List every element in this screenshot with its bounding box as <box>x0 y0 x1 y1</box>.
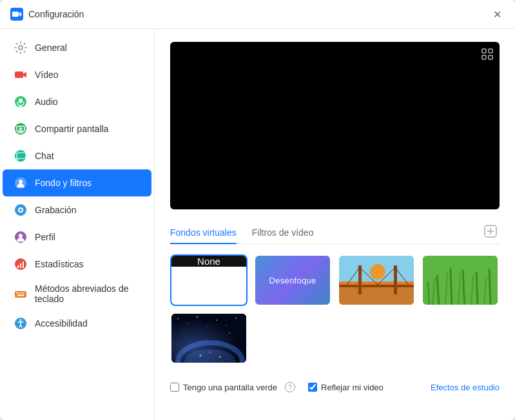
green-screen-checkbox[interactable] <box>170 383 179 392</box>
sidebar-label-video: Vídeo <box>35 70 59 80</box>
accessibility-icon <box>13 316 28 331</box>
svg-rect-21 <box>23 262 24 268</box>
sidebar-item-shortcuts[interactable]: Métodos abreviados de teclado <box>3 278 151 310</box>
bottom-controls: Tengo una pantalla verde ? Reflejar mi v… <box>170 377 500 392</box>
svg-point-38 <box>370 264 385 280</box>
bg-space[interactable] <box>170 312 248 364</box>
svg-point-66 <box>226 325 226 325</box>
share-screen-icon <box>13 121 28 137</box>
sidebar-item-background[interactable]: Fondo y filtros <box>3 169 151 196</box>
mirror-checkbox[interactable] <box>308 383 317 392</box>
mirror-label[interactable]: Reflejar mi video <box>308 383 384 392</box>
tabs-bar: Fondos virtuales Filtros de vídeo <box>170 222 500 244</box>
profile-icon <box>13 229 28 245</box>
recording-icon <box>13 202 28 218</box>
svg-rect-23 <box>16 292 17 294</box>
bg-grass[interactable] <box>422 254 499 306</box>
sidebar-label-background: Fondo y filtros <box>35 178 92 188</box>
svg-rect-27 <box>17 295 24 296</box>
svg-point-12 <box>19 180 23 184</box>
studio-effects-link[interactable]: Efectos de estudio <box>431 383 500 392</box>
svg-point-62 <box>187 323 188 323</box>
svg-rect-4 <box>19 99 23 103</box>
sidebar-item-accessibility[interactable]: Accesibilidad <box>3 310 151 337</box>
sidebar-item-profile[interactable]: Perfil <box>3 224 151 251</box>
sidebar-item-chat[interactable]: Chat <box>3 142 151 169</box>
add-background-button[interactable] <box>481 222 500 243</box>
svg-point-71 <box>178 343 242 363</box>
sidebar-item-stats[interactable]: Estadísticas <box>3 251 151 278</box>
sidebar: General Vídeo <box>0 29 155 420</box>
svg-point-70 <box>229 332 229 333</box>
bg-blur-label: Desenfoque <box>255 256 330 305</box>
app-logo-icon <box>10 8 23 21</box>
fullscreen-icon[interactable] <box>481 48 493 62</box>
svg-line-58 <box>489 269 491 305</box>
green-screen-label[interactable]: Tengo una pantalla verde <box>170 383 277 392</box>
stats-icon <box>13 256 28 272</box>
window-title: Configuración <box>28 9 84 19</box>
svg-point-75 <box>219 356 221 358</box>
gear-icon <box>13 40 28 55</box>
sidebar-item-recording[interactable]: Grabación <box>3 196 151 224</box>
main-content: General Vídeo <box>0 29 515 420</box>
green-screen-help-icon[interactable]: ? <box>285 382 295 392</box>
svg-point-74 <box>209 352 211 353</box>
svg-line-52 <box>451 269 452 305</box>
bg-blur[interactable]: Desenfoque <box>254 254 331 306</box>
tab-virtual-backgrounds[interactable]: Fondos virtuales <box>170 222 237 244</box>
background-grid: None Desenfoque <box>170 254 500 364</box>
svg-point-15 <box>19 209 22 211</box>
svg-rect-39 <box>339 288 414 305</box>
svg-line-56 <box>476 272 478 305</box>
green-screen-text: Tengo una pantalla verde <box>183 383 277 392</box>
svg-rect-32 <box>482 55 486 59</box>
bg-none[interactable]: None <box>170 254 248 306</box>
svg-rect-20 <box>20 263 21 268</box>
right-panel: Fondos virtuales Filtros de vídeo None <box>155 29 515 420</box>
svg-rect-26 <box>23 292 24 294</box>
sidebar-label-share: Compartir pantalla <box>35 124 108 134</box>
svg-point-63 <box>197 316 198 318</box>
sidebar-label-accessibility: Accesibilidad <box>35 318 88 329</box>
sidebar-label-shortcuts: Métodos abreviados de teclado <box>35 283 141 304</box>
svg-point-68 <box>246 323 246 323</box>
bg-bridge[interactable] <box>338 254 415 306</box>
svg-point-69 <box>182 332 183 333</box>
sidebar-label-recording: Grabación <box>35 205 77 215</box>
svg-rect-19 <box>17 265 19 268</box>
sidebar-item-video[interactable]: Vídeo <box>3 61 151 88</box>
svg-point-64 <box>207 327 208 327</box>
svg-point-1 <box>19 46 23 50</box>
svg-rect-24 <box>19 292 20 294</box>
sidebar-item-general[interactable]: General <box>3 34 151 61</box>
sidebar-label-chat: Chat <box>35 151 54 161</box>
svg-rect-60 <box>171 314 246 363</box>
title-bar-left: Configuración <box>10 8 84 21</box>
svg-rect-25 <box>21 292 22 294</box>
svg-rect-40 <box>358 265 362 294</box>
video-icon <box>13 67 28 82</box>
svg-rect-22 <box>15 291 26 298</box>
close-button[interactable]: ✕ <box>489 6 505 22</box>
svg-point-73 <box>200 355 202 357</box>
bg-grass-image <box>423 256 498 305</box>
title-bar: Configuración ✕ <box>0 0 515 29</box>
sidebar-label-stats: Estadísticas <box>35 259 83 269</box>
svg-point-72 <box>184 349 236 363</box>
svg-rect-31 <box>489 49 492 53</box>
tab-video-filters[interactable]: Filtros de vídeo <box>252 222 314 244</box>
sidebar-item-audio[interactable]: Audio <box>3 88 151 115</box>
video-preview <box>170 42 500 209</box>
sidebar-label-general: General <box>35 43 67 53</box>
sidebar-item-share-screen[interactable]: Compartir pantalla <box>3 115 151 142</box>
svg-point-61 <box>177 318 179 320</box>
audio-icon <box>13 94 28 110</box>
svg-point-67 <box>235 318 237 319</box>
svg-rect-30 <box>482 49 486 53</box>
mirror-text: Reflejar mi video <box>321 383 384 392</box>
chat-icon <box>13 148 28 164</box>
sidebar-label-audio: Audio <box>35 97 58 107</box>
background-icon <box>13 175 28 191</box>
settings-window: Configuración ✕ General <box>0 0 515 420</box>
